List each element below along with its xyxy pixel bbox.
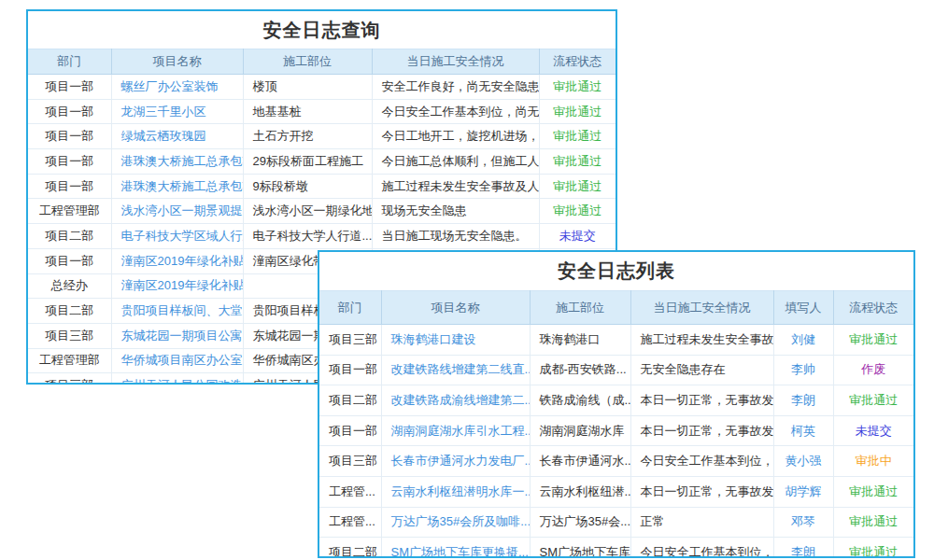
department-cell: 项目三部 — [28, 323, 111, 348]
project-name-link[interactable]: 潼南区2019年绿化补贴项目-绿 — [111, 273, 243, 299]
project-name-link[interactable]: 华侨城项目南区办公室内装修 — [111, 348, 243, 373]
workflow-status-badge: 审批通过 — [539, 75, 616, 100]
construction-site-cell: 万达广场35#会... — [530, 507, 630, 538]
workflow-status-badge: 审批通过 — [833, 538, 913, 558]
construction-site-cell: 土石方开挖 — [243, 124, 372, 149]
daily-safety-cell: 今日安全工作基本到位，... — [630, 538, 773, 558]
construction-site-cell: 长春市伊通河水... — [530, 446, 630, 477]
construction-site-cell: 湖南洞庭湖水库 — [530, 415, 630, 446]
construction-site-cell: 楼顶 — [243, 75, 372, 100]
department-cell: 工程管... — [319, 507, 381, 538]
project-name-link[interactable]: 东城花园一期项目公寓大堂 装 — [111, 323, 243, 348]
daily-safety-cell: 今日安全工作基本到位，尚无... — [372, 99, 539, 124]
table-row: 项目一部龙湖三千里小区地基基桩今日安全工作基本到位，尚无...审批通过 — [28, 99, 616, 124]
table-row: 项目二部改建铁路成渝线增建第二...铁路成渝线（成...本日一切正常，无事故发.… — [319, 385, 913, 416]
project-name-link[interactable]: 港珠澳大桥施工总承包项目 — [111, 174, 243, 199]
table-row: 项目一部绿城云栖玫瑰园土石方开挖今日工地开工，旋挖机进场，...审批通过 — [28, 124, 616, 149]
project-name-link[interactable]: 绿城云栖玫瑰园 — [111, 124, 243, 149]
column-header: 流程状态 — [539, 49, 616, 75]
column-header: 项目名称 — [111, 49, 243, 75]
table-row: 项目二部电子科技大学区域人行道及非电子科技大学人行道...当日施工现场无安全隐患… — [28, 224, 616, 249]
department-cell: 项目二部 — [319, 538, 381, 558]
column-header: 施工部位 — [530, 291, 630, 325]
department-cell: 项目一部 — [28, 99, 111, 124]
daily-safety-cell: 本日一切正常，无事故发... — [630, 476, 773, 507]
construction-site-cell: 珠海鹤港口 — [530, 325, 630, 356]
daily-safety-cell: 当日施工现场无安全隐患。 — [372, 224, 539, 249]
project-name-link[interactable]: 贵阳项目样板间、大堂、电梯 — [111, 299, 243, 324]
workflow-status-badge: 审批通过 — [833, 476, 913, 507]
department-cell: 项目一部 — [319, 355, 381, 385]
department-cell: 项目一部 — [28, 124, 111, 149]
department-cell: 工程管理部 — [28, 348, 111, 373]
page-title: 安全日志查询 — [28, 11, 616, 49]
column-header: 当日施工安全情况 — [630, 291, 773, 325]
table-row: 工程管...万达广场35#会所及咖啡...万达广场35#会...正常邓琴审批通过 — [319, 507, 913, 538]
daily-safety-cell: 今日安全工作基本到位，... — [630, 446, 773, 477]
daily-safety-cell: 今日施工总体顺利，但施工人... — [372, 149, 539, 175]
daily-safety-cell: 今日工地开工，旋挖机进场，... — [372, 124, 539, 149]
workflow-status-badge: 审批通过 — [539, 174, 616, 199]
project-name-link[interactable]: 电子科技大学区域人行道及非 — [111, 224, 243, 249]
department-cell: 项目三部 — [28, 373, 111, 385]
column-header: 流程状态 — [833, 291, 913, 325]
workflow-status-badge: 审批通过 — [539, 124, 616, 149]
writer-link[interactable]: 李朗 — [773, 538, 833, 558]
table-row: 项目一部螺丝厂办公室装饰楼顶安全工作良好，尚无安全隐患...审批通过 — [28, 75, 616, 100]
table-header-row: 部门项目名称施工部位当日施工安全情况填写人流程状态 — [319, 291, 913, 325]
project-name-link[interactable]: 改建铁路线增建第二线直... — [381, 355, 530, 385]
project-name-link[interactable]: SM广场地下车库更换摄... — [381, 538, 530, 558]
department-cell: 项目三部 — [319, 325, 381, 356]
column-header: 部门 — [28, 49, 111, 75]
column-header: 当日施工安全情况 — [372, 49, 539, 75]
department-cell: 项目二部 — [28, 224, 111, 249]
table-row: 项目一部改建铁路线增建第二线直...成都-西安铁路...无安全隐患存在李帅作废 — [319, 355, 913, 385]
project-name-link[interactable]: 改建铁路成渝线增建第二... — [381, 385, 530, 416]
table-row: 项目一部港珠澳大桥施工总承包项目9标段桥墩施工过程未发生安全事故及人...审批通… — [28, 174, 616, 199]
project-name-link[interactable]: 潼南区2019年绿化补贴项目-绿 — [111, 248, 243, 273]
daily-safety-cell: 安全工作良好，尚无安全隐患... — [372, 75, 539, 100]
table-header-row: 部门项目名称施工部位当日施工安全情况流程状态 — [28, 49, 616, 75]
writer-link[interactable]: 李帅 — [773, 355, 833, 385]
department-cell: 工程管理部 — [28, 199, 111, 224]
construction-site-cell: 地基基桩 — [243, 99, 372, 124]
column-header: 填写人 — [773, 291, 833, 325]
construction-site-cell: SM广场地下车库 — [530, 538, 630, 558]
page-title: 安全日志列表 — [319, 252, 913, 290]
daily-safety-cell: 现场无安全隐患 — [372, 199, 539, 224]
project-name-link[interactable]: 螺丝厂办公室装饰 — [111, 75, 243, 100]
department-cell: 项目二部 — [319, 385, 381, 416]
department-cell: 项目一部 — [28, 248, 111, 273]
project-name-link[interactable]: 广州天河人民公园改造工程 — [111, 373, 243, 385]
workflow-status-badge: 审批中 — [833, 446, 913, 477]
project-name-link[interactable]: 长春市伊通河水力发电厂... — [381, 446, 530, 477]
workflow-status-badge: 未提交 — [833, 415, 913, 446]
construction-site-cell: 9标段桥墩 — [243, 174, 372, 199]
table-row: 项目一部湖南洞庭湖水库引水工程...湖南洞庭湖水库本日一切正常，无事故发...柯… — [319, 415, 913, 446]
project-name-link[interactable]: 万达广场35#会所及咖啡... — [381, 507, 530, 538]
workflow-status-badge: 审批通过 — [539, 199, 616, 224]
department-cell: 工程管... — [319, 476, 381, 507]
writer-link[interactable]: 邓琴 — [773, 507, 833, 538]
writer-link[interactable]: 黄小强 — [773, 446, 833, 477]
project-name-link[interactable]: 浅水湾小区一期景观提升工程 — [111, 199, 243, 224]
project-name-link[interactable]: 龙湖三千里小区 — [111, 99, 243, 124]
project-name-link[interactable]: 港珠澳大桥施工总承包项目 — [111, 149, 243, 175]
workflow-status-badge: 审批通过 — [539, 149, 616, 175]
project-name-link[interactable]: 湖南洞庭湖水库引水工程... — [381, 415, 530, 446]
construction-site-cell: 电子科技大学人行道... — [243, 224, 372, 249]
department-cell: 项目三部 — [319, 446, 381, 477]
department-cell: 项目一部 — [28, 174, 111, 199]
project-name-link[interactable]: 珠海鹤港口建设 — [381, 325, 530, 356]
department-cell: 项目一部 — [28, 75, 111, 100]
column-header: 项目名称 — [381, 291, 530, 325]
column-header: 施工部位 — [243, 49, 372, 75]
project-name-link[interactable]: 云南水利枢纽潜明水库一... — [381, 476, 530, 507]
writer-link[interactable]: 胡学辉 — [773, 476, 833, 507]
daily-safety-cell: 施工过程未发生安全事故... — [630, 325, 773, 356]
writer-link[interactable]: 柯英 — [773, 415, 833, 446]
writer-link[interactable]: 李朗 — [773, 385, 833, 416]
construction-site-cell: 浅水湾小区一期绿化地 — [243, 199, 372, 224]
department-cell: 项目二部 — [28, 299, 111, 324]
writer-link[interactable]: 刘健 — [773, 325, 833, 356]
